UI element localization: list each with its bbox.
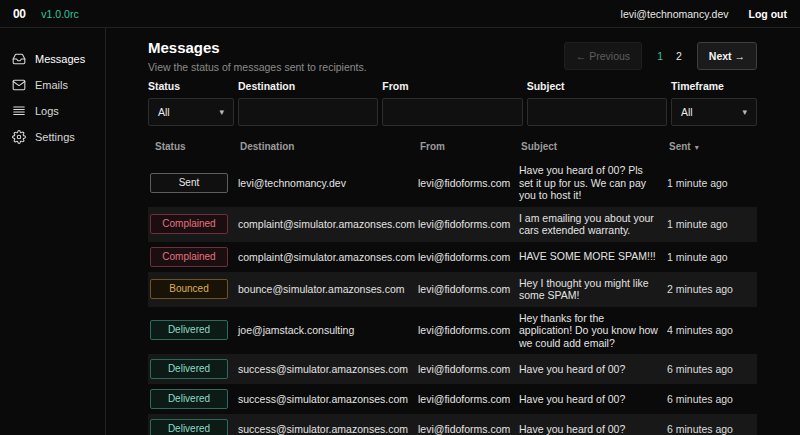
page-subtitle: View the status of messages sent to reci… bbox=[148, 61, 367, 73]
page-title: Messages bbox=[148, 39, 367, 56]
column-header-sent[interactable]: Sent▾ bbox=[667, 139, 757, 159]
status-badge: Delivered bbox=[150, 359, 228, 379]
status-badge: Sent bbox=[150, 173, 228, 193]
from-cell: levi@fidoforms.com bbox=[418, 159, 519, 207]
status-filter-value: All bbox=[158, 106, 170, 118]
gear-icon bbox=[12, 130, 26, 144]
table-row[interactable]: Delivered success@simulator.amazonses.co… bbox=[148, 354, 757, 384]
destination-filter-label: Destination bbox=[238, 80, 378, 92]
status-filter-label: Status bbox=[148, 80, 234, 92]
previous-button[interactable]: ← Previous bbox=[564, 42, 642, 70]
from-cell: levi@fidoforms.com bbox=[418, 354, 519, 384]
destination-filter-input[interactable] bbox=[238, 98, 378, 126]
from-cell: levi@fidoforms.com bbox=[418, 414, 519, 435]
next-button[interactable]: Next → bbox=[697, 42, 757, 70]
sort-desc-icon: ▾ bbox=[695, 143, 699, 152]
timeframe-filter-value: All bbox=[681, 106, 693, 118]
status-badge: Delivered bbox=[150, 320, 228, 340]
destination-cell: levi@technomancy.dev bbox=[238, 159, 418, 207]
status-badge: Complained bbox=[150, 247, 228, 267]
status-filter-select[interactable]: All ▾ bbox=[148, 98, 234, 126]
envelope-icon bbox=[12, 78, 26, 92]
from-filter-label: From bbox=[382, 80, 522, 92]
from-cell: levi@fidoforms.com bbox=[418, 307, 519, 355]
destination-cell: success@simulator.amazonses.com bbox=[238, 354, 418, 384]
from-cell: levi@fidoforms.com bbox=[418, 242, 519, 272]
destination-cell: success@simulator.amazonses.com bbox=[238, 384, 418, 414]
destination-cell: bounce@simulator.amazonses.com bbox=[238, 272, 418, 307]
table-row[interactable]: Delivered success@simulator.amazonses.co… bbox=[148, 384, 757, 414]
filters: Status All ▾ Destination From Subject Ti… bbox=[148, 80, 757, 126]
table-row[interactable]: Complained complaint@simulator.amazonses… bbox=[148, 207, 757, 242]
app-logo[interactable]: 00 bbox=[13, 7, 25, 21]
destination-cell: success@simulator.amazonses.com bbox=[238, 414, 418, 435]
logs-icon bbox=[12, 104, 26, 118]
sent-cell: 6 minutes ago bbox=[667, 384, 757, 414]
logout-link[interactable]: Log out bbox=[749, 8, 787, 20]
sent-cell: 1 minute ago bbox=[667, 207, 757, 242]
sent-cell: 2 minutes ago bbox=[667, 272, 757, 307]
table-row[interactable]: Delivered joe@jamstack.consulting levi@f… bbox=[148, 307, 757, 355]
timeframe-filter-select[interactable]: All ▾ bbox=[671, 98, 757, 126]
sent-cell: 6 minutes ago bbox=[667, 414, 757, 435]
sent-cell: 1 minute ago bbox=[667, 242, 757, 272]
status-badge: Complained bbox=[150, 214, 228, 234]
sent-cell: 1 minute ago bbox=[667, 159, 757, 207]
status-badge: Delivered bbox=[150, 419, 228, 435]
topbar: 00 v1.0.0rc levi@technomancy.dev Log out bbox=[0, 0, 800, 28]
column-header-destination: Destination bbox=[238, 139, 418, 159]
from-cell: levi@fidoforms.com bbox=[418, 272, 519, 307]
sent-cell: 6 minutes ago bbox=[667, 354, 757, 384]
sidebar: Messages Emails Logs Settings bbox=[0, 28, 106, 435]
subject-cell: Have you heard of 00? bbox=[519, 384, 667, 414]
table-row[interactable]: Delivered success@simulator.amazonses.co… bbox=[148, 414, 757, 435]
inbox-icon bbox=[12, 52, 26, 66]
chevron-down-icon: ▾ bbox=[219, 107, 224, 117]
page-number-2[interactable]: 2 bbox=[676, 50, 682, 62]
subject-cell: Have you heard of 00? bbox=[519, 354, 667, 384]
destination-cell: joe@jamstack.consulting bbox=[238, 307, 418, 355]
subject-cell: Have you heard of 00? bbox=[519, 414, 667, 435]
status-badge: Bounced bbox=[150, 279, 228, 299]
status-badge: Delivered bbox=[150, 389, 228, 409]
timeframe-filter-label: Timeframe bbox=[671, 80, 757, 92]
table-row[interactable]: Sent levi@technomancy.dev levi@fidoforms… bbox=[148, 159, 757, 207]
sidebar-item-settings[interactable]: Settings bbox=[0, 126, 105, 148]
column-header-status: Status bbox=[148, 139, 238, 159]
sidebar-item-emails[interactable]: Emails bbox=[0, 74, 105, 96]
sidebar-item-logs[interactable]: Logs bbox=[0, 100, 105, 122]
table-row[interactable]: Bounced bounce@simulator.amazonses.com l… bbox=[148, 272, 757, 307]
destination-cell: complaint@simulator.amazonses.com bbox=[238, 242, 418, 272]
main-content: Messages View the status of messages sen… bbox=[106, 28, 800, 435]
sent-cell: 4 minutes ago bbox=[667, 307, 757, 355]
user-email: levi@technomancy.dev bbox=[621, 8, 729, 20]
subject-cell: Have you heard of 00? Pls set it up for … bbox=[519, 159, 667, 207]
subject-filter-input[interactable] bbox=[527, 98, 667, 126]
sidebar-item-messages[interactable]: Messages bbox=[0, 48, 105, 70]
messages-table: Status Destination From Subject Sent▾ Se… bbox=[148, 139, 757, 435]
column-header-from: From bbox=[418, 139, 519, 159]
subject-cell: I am emailing you about your cars extend… bbox=[519, 207, 667, 242]
subject-cell: HAVE SOME MORE SPAM!!! bbox=[519, 242, 667, 272]
pagination: ← Previous 12 Next → bbox=[564, 42, 757, 70]
destination-cell: complaint@simulator.amazonses.com bbox=[238, 207, 418, 242]
page-number-1[interactable]: 1 bbox=[657, 50, 663, 62]
table-row[interactable]: Complained complaint@simulator.amazonses… bbox=[148, 242, 757, 272]
subject-filter-label: Subject bbox=[527, 80, 667, 92]
column-header-subject: Subject bbox=[519, 139, 667, 159]
chevron-down-icon: ▾ bbox=[742, 107, 747, 117]
from-cell: levi@fidoforms.com bbox=[418, 384, 519, 414]
from-cell: levi@fidoforms.com bbox=[418, 207, 519, 242]
subject-cell: Hey I thought you might like some SPAM! bbox=[519, 272, 667, 307]
from-filter-input[interactable] bbox=[382, 98, 522, 126]
version-label: v1.0.0rc bbox=[41, 8, 78, 20]
subject-cell: Hey thanks for the application! Do you k… bbox=[519, 307, 667, 355]
